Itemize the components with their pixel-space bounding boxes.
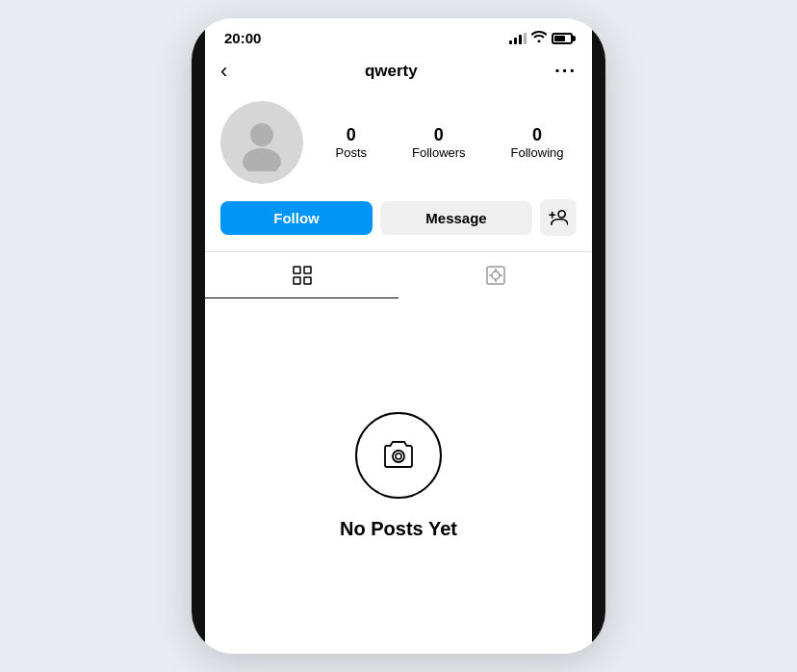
back-button[interactable]: ‹ (220, 61, 227, 82)
phone-frame: 20:00 ‹ qwerty (192, 18, 605, 654)
no-posts-text: No Posts Yet (340, 518, 457, 540)
signal-icon (509, 33, 527, 44)
svg-point-0 (250, 123, 273, 146)
status-bar: 20:00 (205, 18, 592, 52)
avatar (220, 101, 303, 184)
tabs (205, 251, 592, 298)
battery-icon (552, 33, 573, 44)
tab-tagged[interactable] (398, 252, 592, 298)
message-button[interactable]: Message (380, 201, 532, 235)
svg-rect-6 (294, 277, 300, 284)
nav-bar: ‹ qwerty ··· (205, 52, 592, 91)
following-count: 0 (532, 125, 542, 145)
status-icons (509, 31, 573, 45)
wifi-icon (531, 31, 547, 45)
follow-button[interactable]: Follow (220, 201, 373, 235)
followers-count: 0 (434, 125, 444, 145)
stat-followers[interactable]: 0 Followers (412, 125, 466, 160)
tagged-icon (484, 264, 507, 287)
add-person-icon (549, 209, 568, 226)
username-label: qwerty (365, 62, 418, 81)
phone-inner: 20:00 ‹ qwerty (205, 18, 592, 654)
svg-rect-4 (294, 267, 300, 273)
tab-grid[interactable] (205, 252, 398, 298)
stat-posts[interactable]: 0 Posts (335, 125, 367, 160)
camera-icon (377, 434, 420, 477)
followers-label: Followers (412, 145, 466, 160)
posts-count: 0 (347, 125, 356, 145)
stat-following[interactable]: 0 Following (511, 125, 564, 160)
svg-point-14 (393, 451, 404, 462)
grid-icon (291, 264, 314, 287)
posts-label: Posts (335, 145, 367, 160)
svg-rect-5 (304, 267, 311, 273)
svg-point-1 (243, 148, 281, 171)
profile-section: 0 Posts 0 Followers 0 Following (205, 91, 592, 199)
action-buttons: Follow Message (205, 199, 592, 251)
svg-point-15 (396, 453, 401, 459)
status-time: 20:00 (224, 30, 261, 46)
svg-rect-7 (304, 277, 311, 284)
add-person-button[interactable] (540, 199, 577, 236)
svg-point-9 (492, 271, 500, 279)
no-posts-section: No Posts Yet (205, 298, 592, 654)
more-options-button[interactable]: ··· (554, 60, 577, 82)
camera-circle (355, 412, 442, 499)
stats-row: 0 Posts 0 Followers 0 Following (322, 125, 577, 160)
following-label: Following (511, 145, 564, 160)
